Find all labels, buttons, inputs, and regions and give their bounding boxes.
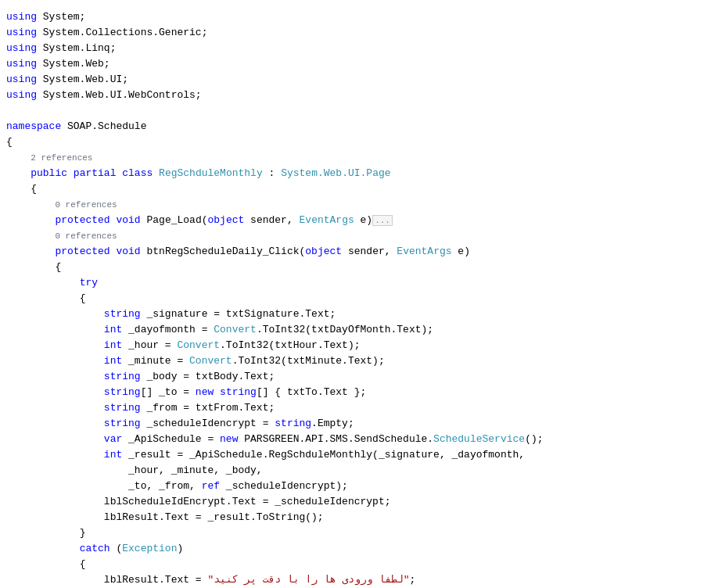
- keyword: class: [122, 167, 153, 179]
- keyword: int: [104, 355, 122, 367]
- reference-hint: 0 references: [55, 231, 117, 241]
- plain-text: }: [80, 527, 86, 539]
- plain-text: _dayofmonth =: [122, 324, 214, 335]
- plain-text: _body = txtBody.Text;: [141, 371, 275, 382]
- code-line: catch (Exception): [0, 541, 718, 557]
- plain-text: System.Web.UI.WebControls;: [37, 89, 202, 101]
- code-line: lblScheduleIdEncrypt.Text = _scheduleIde…: [0, 494, 718, 510]
- type-name: Convert: [177, 339, 220, 351]
- line-content: string _from = txtFrom.Text;: [0, 400, 275, 416]
- plain-text: {: [55, 261, 61, 273]
- keyword: protected: [55, 214, 109, 226]
- code-line: int _dayofmonth = Convert.ToInt32(txtDay…: [0, 322, 718, 338]
- line-content: namespace SOAP.Schedule: [0, 119, 146, 134]
- code-line: string[] _to = new string[] { txtTo.Text…: [0, 385, 718, 400]
- plain-text: ): [177, 543, 183, 554]
- plain-text: _from = txtFrom.Text;: [141, 402, 275, 414]
- code-line: lblResult.Text = "لطفا ورودی ها را با دق…: [0, 572, 718, 588]
- plain-text: lblResult.Text =: [104, 574, 208, 586]
- keyword: protected: [55, 246, 109, 257]
- keyword: int: [104, 324, 122, 335]
- plain-text: {: [6, 136, 13, 148]
- keyword: string: [220, 386, 257, 398]
- code-line: using System;: [0, 9, 718, 25]
- plain-text: .ToInt32(txtHour.Text);: [220, 339, 360, 351]
- plain-text: btnRegScheduleDaily_Click(: [141, 246, 306, 257]
- code-line: using System.Web.UI.WebControls;: [0, 88, 718, 103]
- line-content: lblResult.Text = _result.ToString();: [0, 510, 324, 525]
- code-line: var _ApiSchedule = new PARSGREEN.API.SMS…: [0, 432, 718, 447]
- type-name: System.Web.UI.Page: [281, 167, 390, 179]
- keyword: object: [208, 214, 245, 226]
- keyword: using: [6, 27, 37, 38]
- code-line: {: [0, 181, 718, 197]
- keyword: partial: [74, 167, 117, 179]
- keyword: using: [6, 58, 37, 70]
- plain-text: _scheduleIdencrypt =: [141, 418, 275, 429]
- keyword: int: [104, 339, 122, 351]
- plain-text: ;: [410, 574, 416, 586]
- plain-text: [] { txtTo.Text };: [257, 386, 366, 398]
- plain-text: _hour, _minute, _body,: [128, 464, 263, 476]
- keyword: using: [6, 11, 37, 23]
- code-line: try: [0, 275, 718, 291]
- line-content: 2 references: [0, 150, 92, 166]
- code-line: 2 references: [0, 150, 718, 166]
- keyword: using: [6, 89, 37, 101]
- plain-text: System;: [37, 11, 85, 23]
- code-line: string _from = txtFrom.Text;: [0, 400, 718, 416]
- keyword: void: [116, 214, 140, 226]
- keyword: using: [6, 42, 37, 54]
- plain-text: _result = _ApiSchedule.RegSchduleMonthly…: [122, 449, 525, 461]
- collapse-button[interactable]: ...: [372, 215, 393, 226]
- plain-text: e): [354, 214, 372, 226]
- plain-text: _hour =: [122, 339, 177, 351]
- code-line: protected void btnRegScheduleDaily_Click…: [0, 244, 718, 260]
- code-line: public partial class RegSchduleMonthly :…: [0, 166, 718, 181]
- code-line: {: [0, 291, 718, 307]
- line-content: _to, _from, ref _scheduleIdencrypt);: [0, 479, 348, 494]
- keyword: var: [104, 433, 122, 445]
- line-content: protected void btnRegScheduleDaily_Click…: [0, 244, 470, 260]
- plain-text: e): [452, 246, 470, 257]
- code-line: }: [0, 525, 718, 541]
- plain-text: (: [110, 543, 123, 554]
- keyword: ref: [202, 480, 220, 492]
- plain-text: _to, _from,: [128, 480, 202, 492]
- line-content: using System.Web;: [0, 56, 110, 72]
- line-content: string _scheduleIdencrypt = string.Empty…: [0, 416, 354, 432]
- code-line: namespace SOAP.Schedule: [0, 119, 718, 134]
- code-line: 0 references: [0, 197, 718, 213]
- code-line: using System.Linq;: [0, 41, 718, 56]
- code-line: 0 references: [0, 228, 718, 244]
- line-content: {: [0, 291, 85, 307]
- code-line: using System.Web;: [0, 56, 718, 72]
- plain-text: lblScheduleIdEncrypt.Text = _scheduleIde…: [104, 496, 391, 507]
- line-content: using System.Web.UI.WebControls;: [0, 88, 202, 103]
- type-name: EventArgs: [300, 214, 354, 226]
- keyword: object: [305, 246, 342, 257]
- plain-text: [67, 167, 74, 179]
- line-content: lblResult.Text = "لطفا ورودی ها را با دق…: [0, 572, 415, 588]
- code-line: string _scheduleIdencrypt = string.Empty…: [0, 416, 718, 432]
- plain-text: System.Web;: [37, 58, 110, 70]
- code-line: {: [0, 134, 718, 150]
- line-content: int _dayofmonth = Convert.ToInt32(txtDay…: [0, 322, 433, 338]
- keyword: catch: [80, 543, 110, 554]
- type-name: Convert: [214, 324, 257, 335]
- code-line: int _hour = Convert.ToInt32(txtHour.Text…: [0, 338, 718, 353]
- code-line: lblResult.Text = _result.ToString();: [0, 510, 718, 525]
- keyword: new: [220, 433, 238, 445]
- keyword: string: [104, 402, 141, 414]
- code-editor: using System;using System.Collections.Ge…: [0, 6, 718, 588]
- plain-text: System.Collections.Generic;: [37, 27, 207, 38]
- plain-text: .ToInt32(txtDayOfMonth.Text);: [257, 324, 433, 335]
- plain-text: PARSGREEN.API.SMS.SendSchedule.: [238, 433, 433, 445]
- plain-text: _scheduleIdencrypt);: [220, 480, 348, 492]
- plain-text: [214, 386, 220, 398]
- keyword: public: [31, 167, 67, 179]
- keyword: string: [104, 371, 141, 382]
- type-name: Convert: [189, 355, 232, 367]
- type-name: ScheduleService: [433, 433, 525, 445]
- code-line: using System.Collections.Generic;: [0, 25, 718, 41]
